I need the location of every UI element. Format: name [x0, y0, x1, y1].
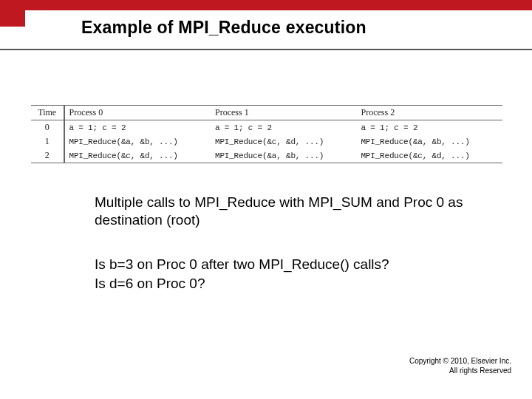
- table-row: 1 MPI_Reduce(&a, &b, ...) MPI_Reduce(&c,…: [31, 134, 502, 149]
- cell-p2: MPI_Reduce(&a, &b, ...): [356, 134, 502, 149]
- cell-p0: MPI_Reduce(&c, &d, ...): [64, 149, 211, 163]
- body-paragraph-3: Is d=6 on Proc 0?: [95, 275, 479, 293]
- cell-p1: MPI_Reduce(&c, &d, ...): [211, 134, 356, 149]
- execution-table-wrap: Time Process 0 Process 1 Process 2 0 a =…: [31, 105, 502, 163]
- cell-time: 2: [31, 149, 64, 163]
- execution-table: Time Process 0 Process 1 Process 2 0 a =…: [31, 105, 502, 163]
- copyright-block: Copyright © 2010, Elsevier Inc. All righ…: [409, 357, 511, 375]
- cell-p2: MPI_Reduce(&c, &d, ...): [356, 149, 502, 163]
- cell-time: 1: [31, 134, 64, 149]
- cell-time: 0: [31, 120, 64, 135]
- body-paragraph-2: Is b=3 on Proc 0 after two MPI_Reduce() …: [95, 256, 479, 273]
- body-paragraph-1: Multiple calls to MPI_Reduce with MPI_SU…: [95, 194, 479, 229]
- cell-p2: a = 1; c = 2: [356, 120, 502, 135]
- cell-p0: MPI_Reduce(&a, &b, ...): [64, 134, 211, 149]
- top-accent-bar: [0, 0, 532, 10]
- cell-p1: a = 1; c = 2: [211, 120, 356, 135]
- copyright-line2: All rights Reserved: [409, 366, 511, 376]
- slide: Example of MPI_Reduce execution Time Pro…: [0, 0, 532, 399]
- table-row: 2 MPI_Reduce(&c, &d, ...) MPI_Reduce(&a,…: [31, 149, 502, 163]
- table-header-row: Time Process 0 Process 1 Process 2: [31, 106, 502, 120]
- slide-title: Example of MPI_Reduce execution: [81, 18, 366, 38]
- cell-p0: a = 1; c = 2: [64, 120, 211, 135]
- copyright-line1: Copyright © 2010, Elsevier Inc.: [409, 357, 511, 366]
- col-proc1: Process 1: [211, 106, 356, 120]
- col-time: Time: [31, 106, 64, 120]
- table-row: 0 a = 1; c = 2 a = 1; c = 2 a = 1; c = 2: [31, 120, 502, 135]
- col-proc0: Process 0: [64, 106, 211, 120]
- col-proc2: Process 2: [356, 106, 502, 120]
- corner-accent: [0, 0, 25, 27]
- cell-p1: MPI_Reduce(&a, &b, ...): [211, 149, 356, 163]
- title-divider: [0, 49, 532, 50]
